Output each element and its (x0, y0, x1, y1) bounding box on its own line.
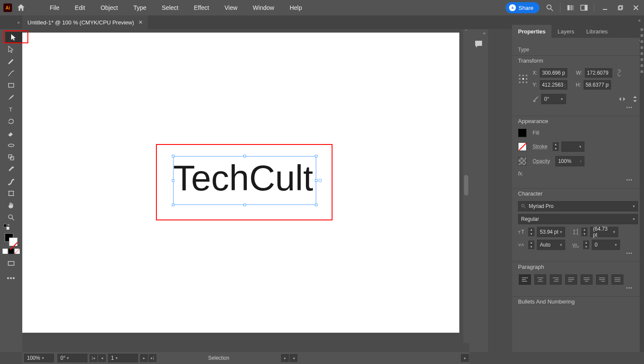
resize-handle[interactable] (172, 155, 174, 157)
width-tool[interactable] (5, 140, 17, 151)
menu-effect[interactable]: Effect (192, 3, 211, 12)
comments-icon[interactable] (473, 39, 484, 49)
constrain-proportions-icon[interactable] (617, 69, 622, 77)
selection-bounding-box[interactable] (173, 156, 316, 205)
artboard-tool[interactable] (5, 188, 17, 199)
pen-tool[interactable] (5, 56, 17, 67)
share-button[interactable]: + Share (506, 2, 539, 13)
artboard[interactable]: TechCult (22, 33, 459, 333)
status-play-icon[interactable]: ▸ (281, 354, 289, 362)
align-left-button[interactable] (519, 274, 531, 285)
w-input[interactable] (585, 68, 612, 78)
align-center-button[interactable] (534, 274, 546, 285)
edit-toolbar-icon[interactable]: ••• (5, 273, 17, 284)
menu-window[interactable]: Window (251, 3, 276, 12)
tracking-stepper[interactable]: ▴▾ (583, 241, 589, 249)
font-family-select[interactable]: Myriad Pro ▾ (518, 201, 638, 211)
direct-selection-tool[interactable] (5, 44, 17, 55)
menu-select[interactable]: Select (160, 3, 180, 12)
eraser-tool[interactable] (5, 128, 17, 139)
expand-panel-icon[interactable]: « (483, 31, 485, 36)
h-input[interactable] (584, 80, 611, 90)
justify-all-button[interactable] (611, 274, 623, 285)
tab-layers[interactable]: Layers (551, 25, 580, 38)
shape-builder-tool[interactable] (5, 152, 17, 163)
arrange-icon[interactable] (566, 4, 574, 12)
fx-label[interactable]: fx. (518, 171, 524, 177)
rotate-view-combo[interactable]: 0°▾ (57, 354, 87, 362)
search-icon[interactable] (545, 3, 554, 12)
reference-point-icon[interactable] (518, 74, 528, 84)
more-options-icon[interactable] (626, 179, 632, 180)
vertical-scrollbar[interactable]: ˆ (463, 29, 469, 343)
close-tab-icon[interactable]: ✕ (138, 19, 143, 25)
gradient-tool[interactable] (5, 176, 17, 187)
stroke-stepper[interactable]: ▴▾ (553, 142, 559, 151)
stroke-swatch[interactable] (518, 142, 527, 151)
rotation-input[interactable]: 0°▾ (541, 94, 566, 104)
document-tab[interactable]: Untitled-1* @ 100 % (CMYK/CPU Preview) ✕ (22, 15, 148, 29)
resize-handle[interactable] (315, 179, 318, 182)
window-restore[interactable] (616, 3, 625, 12)
tab-properties[interactable]: Properties (512, 25, 551, 38)
justify-left-button[interactable] (565, 274, 577, 285)
menu-object[interactable]: Object (99, 3, 120, 12)
resize-handle[interactable] (315, 155, 318, 157)
justify-right-button[interactable] (596, 274, 608, 285)
curvature-tool[interactable] (5, 68, 17, 79)
prev-artboard-button[interactable]: ◂ (98, 354, 106, 362)
expand-toolbar-icon[interactable]: » (0, 15, 22, 29)
menu-file[interactable]: File (48, 3, 61, 12)
kerning-input[interactable]: Auto▾ (537, 240, 565, 250)
screen-mode-icon[interactable] (5, 258, 17, 269)
zoom-tool[interactable] (5, 212, 17, 223)
rectangle-tool[interactable] (5, 80, 17, 91)
resize-handle[interactable] (243, 204, 246, 206)
tab-libraries[interactable]: Libraries (580, 25, 614, 38)
font-weight-select[interactable]: Regular▾ (518, 214, 638, 224)
swap-fill-stroke-icon[interactable] (3, 224, 10, 231)
scroll-up-icon[interactable]: ˆ (463, 29, 469, 35)
scroll-right-icon[interactable]: ▸ (461, 354, 469, 362)
opacity-swatch[interactable] (518, 157, 527, 165)
last-artboard-button[interactable]: ▸| (149, 354, 156, 362)
font-size-input[interactable]: 53.94 pt▾ (537, 227, 565, 237)
type-tool[interactable]: T (5, 104, 17, 115)
flip-horizontal-icon[interactable] (618, 96, 626, 102)
text-out-port[interactable] (318, 179, 322, 182)
resize-handle[interactable] (243, 155, 246, 157)
y-input[interactable] (540, 80, 567, 90)
status-back-icon[interactable]: ◂ (290, 354, 297, 362)
resize-handle[interactable] (315, 204, 318, 206)
draw-mode-icons[interactable] (3, 249, 20, 254)
rotate-tool[interactable] (5, 116, 17, 127)
font-size-stepper[interactable]: ▴▾ (528, 228, 534, 236)
menu-help[interactable]: Help (288, 3, 304, 12)
workspace-icon[interactable] (580, 4, 588, 12)
menu-edit[interactable]: Edit (73, 3, 87, 12)
justify-center-button[interactable] (581, 274, 593, 285)
menu-type[interactable]: Type (132, 3, 148, 12)
more-options-icon[interactable] (626, 253, 632, 254)
opacity-input[interactable]: 100%› (555, 156, 584, 166)
window-minimize[interactable] (600, 3, 610, 12)
collapse-panel-icon[interactable]: « (512, 38, 644, 42)
first-artboard-button[interactable]: |◂ (90, 354, 97, 362)
paintbrush-tool[interactable] (5, 92, 17, 103)
tracking-input[interactable]: 0▾ (592, 240, 620, 250)
fill-swatch[interactable] (518, 129, 527, 137)
next-artboard-button[interactable]: ▸ (140, 354, 148, 362)
resize-handle[interactable] (172, 204, 174, 206)
leading-input[interactable]: (64.73 pt▾ (590, 227, 618, 237)
selection-tool[interactable] (5, 32, 22, 43)
menu-view[interactable]: View (223, 3, 239, 12)
stroke-width-input[interactable]: ▾ (561, 141, 584, 152)
resize-handle[interactable] (172, 179, 174, 182)
scroll-thumb[interactable] (464, 175, 468, 196)
fill-stroke-swatch[interactable] (5, 233, 18, 246)
x-input[interactable] (540, 68, 567, 78)
align-right-button[interactable] (550, 274, 562, 285)
kerning-stepper[interactable]: ▴▾ (528, 241, 534, 249)
more-options-icon[interactable] (626, 287, 632, 289)
hand-tool[interactable] (5, 200, 17, 211)
